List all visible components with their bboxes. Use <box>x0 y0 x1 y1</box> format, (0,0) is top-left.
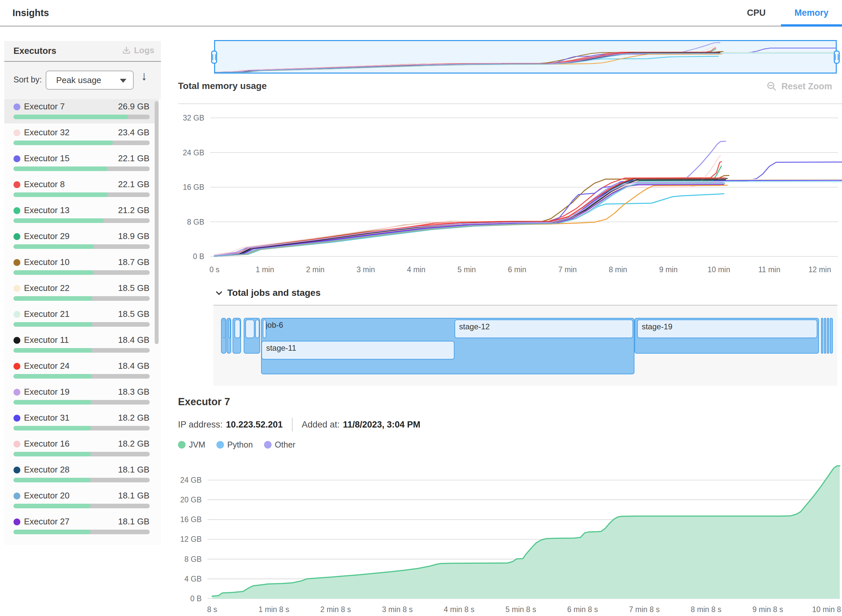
legend-item-other[interactable]: Other <box>264 440 296 450</box>
executor-row[interactable]: Executor 1918.3 GB <box>4 384 158 409</box>
svg-text:24 GB: 24 GB <box>183 148 204 157</box>
svg-text:8 min 8 s: 8 min 8 s <box>691 605 721 614</box>
gantt-stage-stage-19[interactable]: stage-19 <box>637 320 817 338</box>
jobs-stages-label: Total jobs and stages <box>227 287 321 298</box>
executor-color-dot <box>13 466 21 474</box>
gantt-job[interactable] <box>827 318 829 353</box>
executor-name: Executor 29 <box>24 231 70 241</box>
executor-row[interactable]: Executor 3223.4 GB <box>4 125 158 150</box>
gantt-stage[interactable] <box>245 320 255 338</box>
executor-row[interactable]: Executor 1118.4 GB <box>4 333 158 357</box>
executor-row[interactable]: Executor 2118.5 GB <box>4 307 158 331</box>
gantt-stage-label: stage-11 <box>266 343 296 353</box>
gantt-stage[interactable] <box>255 320 260 338</box>
executor-usage-bar <box>13 426 150 430</box>
executor-peak-value: 18.1 GB <box>118 465 150 475</box>
executor-row[interactable]: Executor 2718.1 GB <box>4 514 158 538</box>
executor-peak-value: 22.1 GB <box>118 179 150 189</box>
executor-usage-bar <box>13 400 150 405</box>
executor-color-dot <box>13 129 21 136</box>
svg-text:6 min: 6 min <box>508 265 526 274</box>
executor-row[interactable]: Executor 2418.4 GB <box>4 359 158 383</box>
svg-text:1 min 8 s: 1 min 8 s <box>258 605 289 614</box>
executor-usage-bar <box>13 296 150 301</box>
executor-row[interactable]: Executor 2818.1 GB <box>4 462 158 487</box>
gantt-job[interactable] <box>221 318 226 353</box>
gantt-stage-stage-12[interactable]: stage-12 <box>455 320 633 338</box>
brush-overview[interactable] <box>214 40 837 73</box>
executor-usage-bar-fill <box>13 348 92 353</box>
executor-row[interactable]: Executor 1522.1 GB <box>4 151 158 175</box>
page-header: Insights CPU Memory <box>0 0 842 26</box>
tab-memory[interactable]: Memory <box>781 0 842 26</box>
executor-name: Executor 8 <box>24 179 65 189</box>
executor-row[interactable]: Executor 726.9 GB <box>4 99 158 123</box>
scrollbar-thumb[interactable] <box>155 101 158 344</box>
gantt-stage-stage-11[interactable]: stage-11 <box>261 341 455 359</box>
memory-type-legend: JVMPythonOther <box>178 440 295 450</box>
gantt-job[interactable] <box>824 318 826 353</box>
executor-usage-bar-fill <box>13 219 104 223</box>
executor-color-dot <box>13 259 21 266</box>
reset-zoom-button[interactable]: Reset Zoom <box>766 81 832 92</box>
executor-color-dot <box>13 337 21 344</box>
gantt-stage[interactable] <box>263 320 266 338</box>
gantt-job[interactable] <box>821 318 823 353</box>
executors-panel-header: Executors Logs <box>4 41 161 62</box>
svg-text:11 min: 11 min <box>758 265 780 274</box>
executor-row[interactable]: Executor 2918.9 GB <box>4 229 158 253</box>
executor-peak-value: 18.9 GB <box>118 231 150 241</box>
gantt-stage[interactable] <box>223 320 225 338</box>
gantt-job[interactable] <box>244 318 260 353</box>
executor-usage-bar <box>13 529 150 534</box>
svg-text:8 s: 8 s <box>207 605 217 614</box>
executor-row[interactable]: Executor 1618.2 GB <box>4 436 158 461</box>
executor-row[interactable]: Executor 2218.5 GB <box>4 281 158 305</box>
executor-row[interactable]: Executor 2018.1 GB <box>4 488 158 513</box>
gantt-stage[interactable] <box>235 320 241 338</box>
gantt-job[interactable] <box>227 318 231 353</box>
jobs-stages-toggle[interactable]: Total jobs and stages <box>214 287 321 298</box>
svg-text:16 GB: 16 GB <box>183 183 204 191</box>
svg-text:10 min: 10 min <box>707 265 730 274</box>
brush-handle-left[interactable] <box>211 51 217 64</box>
executor-usage-bar <box>13 374 150 378</box>
executor-row[interactable]: Executor 3118.2 GB <box>4 411 158 435</box>
executor-color-dot <box>13 311 21 318</box>
executor-peak-value: 18.7 GB <box>118 257 150 267</box>
brush-handle-right[interactable] <box>834 51 840 64</box>
executor-color-dot <box>13 181 21 188</box>
tab-cpu[interactable]: CPU <box>732 0 781 26</box>
chevron-down-icon <box>120 79 126 83</box>
executor-color-dot <box>13 493 21 499</box>
executor-row[interactable]: Executor 1321.2 GB <box>4 203 158 227</box>
executor-usage-bar-fill <box>13 244 94 249</box>
executor-name: Executor 11 <box>24 335 69 345</box>
gantt-job[interactable] <box>233 318 241 353</box>
svg-text:4 GB: 4 GB <box>185 575 202 583</box>
legend-item-jvm[interactable]: JVM <box>178 440 205 450</box>
svg-text:20 GB: 20 GB <box>180 496 202 504</box>
gantt-job-job-8[interactable]: job-8stage-19 <box>634 318 819 353</box>
executor-usage-bar-fill <box>13 478 91 483</box>
executor-peak-value: 21.2 GB <box>118 205 150 216</box>
ip-address-value: 10.223.52.201 <box>226 419 283 430</box>
sort-dropdown-value: Peak usage <box>56 71 101 89</box>
gantt-stage[interactable] <box>229 320 230 338</box>
svg-text:4 min 8 s: 4 min 8 s <box>444 605 474 614</box>
executor-usage-bar <box>13 348 150 353</box>
svg-text:32 GB: 32 GB <box>183 114 204 122</box>
executor-usage-bar <box>13 270 150 275</box>
executor-row[interactable]: Executor 822.1 GB <box>4 177 158 201</box>
legend-item-python[interactable]: Python <box>216 440 253 450</box>
executor-row[interactable]: Executor 1018.7 GB <box>4 255 158 279</box>
sort-dropdown[interactable]: Peak usage <box>45 70 133 89</box>
logs-button[interactable]: Logs <box>122 45 154 56</box>
gantt-job-job-6[interactable]: job-6stage-12stage-11 <box>261 318 634 374</box>
sort-descending-icon[interactable]: ↓ <box>141 70 147 82</box>
gantt-job[interactable] <box>830 318 833 353</box>
executor-detail-title: Executor 7 <box>178 396 230 408</box>
svg-text:5 min 8 s: 5 min 8 s <box>505 605 536 614</box>
executors-panel: Executors Logs Sort by: Peak usage ↓ Exe… <box>4 41 161 545</box>
executor-name: Executor 16 <box>24 439 70 449</box>
